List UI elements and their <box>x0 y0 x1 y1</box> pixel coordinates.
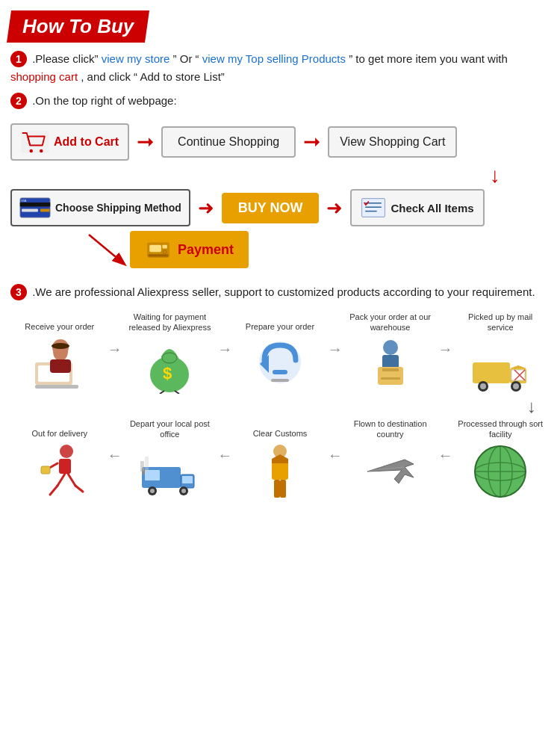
proc-label-waiting: Waiting for payment released by Aliexpre… <box>124 312 217 335</box>
buy-now-btn[interactable]: BUY NOW <box>222 193 320 223</box>
process-section: Receive your order → <box>10 312 550 501</box>
svg-rect-17 <box>162 245 167 249</box>
svg-point-28 <box>162 353 177 363</box>
svg-rect-35 <box>271 379 289 382</box>
cart-icon <box>21 131 49 153</box>
top-selling-link[interactable]: view my Top selling Products <box>202 52 346 65</box>
svg-point-26 <box>52 343 69 349</box>
svg-text:VISA: VISA <box>21 200 27 203</box>
payment-btn[interactable]: Payment <box>130 231 249 268</box>
arrow-down-1: ↓ <box>490 165 500 186</box>
svg-text:$: $ <box>163 364 172 383</box>
payment-label: Payment <box>178 242 234 258</box>
proc-label-out: Out for delivery <box>32 419 88 440</box>
svg-rect-54 <box>41 466 50 474</box>
proc-depart-post: Depart your local post office <box>124 418 217 501</box>
proc-down-arrow-wrap: ↓ <box>13 396 547 417</box>
buy-now-label: BUY NOW <box>238 200 303 215</box>
proc-label-flown: Flown to destination country <box>344 418 437 442</box>
proc-img-flown <box>360 441 421 501</box>
process-row1: Receive your order → <box>13 312 547 395</box>
proc-out-delivery: Out for delivery <box>13 419 106 500</box>
proc-arrow-h-8: ← <box>436 447 454 464</box>
add-to-cart-btn[interactable]: Add to Cart <box>10 123 129 161</box>
proc-arrow-h-1: → <box>106 341 124 358</box>
proc-label-prepare: Prepare your order <box>246 312 314 333</box>
svg-rect-5 <box>20 203 50 206</box>
svg-point-64 <box>150 489 155 493</box>
proc-flown: Flown to destination country <box>344 418 437 501</box>
arrow-left-1: ➜ <box>198 198 214 217</box>
flow-row1: Add to Cart ➞ Continue Shopping ➞ View S… <box>10 123 550 161</box>
header-banner: How To Buy <box>7 10 149 43</box>
proc-waiting-payment: Waiting for payment released by Aliexpre… <box>124 312 217 395</box>
choose-shipping-btn[interactable]: VISA Choose Shipping Method <box>10 189 190 226</box>
step1-text4: , and click “ Add to store List” <box>81 70 225 83</box>
svg-marker-72 <box>272 454 288 463</box>
proc-img-mail <box>470 335 531 395</box>
svg-rect-69 <box>145 457 149 472</box>
arrow-right-1: ➞ <box>137 132 154 152</box>
svg-line-57 <box>68 474 75 486</box>
proc-img-waiting: $ <box>139 335 200 395</box>
proc-img-out <box>29 440 90 500</box>
svg-rect-60 <box>145 470 160 480</box>
svg-rect-39 <box>382 368 399 371</box>
shopping-cart-link: shopping cart <box>10 70 78 83</box>
svg-point-51 <box>60 445 73 458</box>
proc-sort-facility: Processed through sort facility <box>454 418 547 501</box>
svg-rect-52 <box>59 459 71 474</box>
proc-arrow-h-2: → <box>216 341 234 358</box>
svg-point-1 <box>30 149 34 153</box>
step1-text1: .Please click” <box>32 52 98 65</box>
svg-point-48 <box>513 383 519 389</box>
proc-prepare-order: Prepare your order <box>234 312 326 393</box>
proc-img-pack <box>360 335 421 395</box>
main-content: 1 .Please click” view my store ” Or “ vi… <box>0 50 560 501</box>
proc-img-customs <box>249 440 311 500</box>
proc-arrow-h-7: ← <box>326 447 344 464</box>
svg-line-31 <box>175 391 179 394</box>
svg-point-2 <box>40 149 43 153</box>
add-to-cart-label: Add to Cart <box>54 135 119 149</box>
svg-rect-62 <box>182 476 193 483</box>
view-store-link[interactable]: view my store <box>102 52 170 65</box>
svg-line-30 <box>160 391 164 394</box>
step2-paragraph: 2 .On the top right of webpage: <box>10 92 550 110</box>
proc-arrow-h-4: → <box>436 341 454 358</box>
svg-rect-34 <box>273 370 287 374</box>
svg-rect-16 <box>149 245 161 252</box>
svg-point-46 <box>480 383 486 389</box>
diagonal-arrow-icon <box>85 231 130 268</box>
credit-card-icon: VISA <box>19 197 51 219</box>
proc-img-depart <box>139 441 200 501</box>
svg-line-14 <box>89 235 124 264</box>
step3-num: 3 <box>10 284 27 300</box>
proc-label-customs: Clear Customs <box>253 419 308 440</box>
view-cart-btn[interactable]: View Shopping Cart <box>328 126 457 158</box>
svg-point-19 <box>163 250 167 254</box>
arrow-right-2: ➞ <box>303 132 320 152</box>
proc-mail-service: Picked up by mail service <box>454 312 547 395</box>
svg-rect-40 <box>381 377 400 380</box>
svg-rect-24 <box>50 359 71 373</box>
checklist-icon <box>361 197 386 219</box>
svg-marker-44 <box>510 365 526 368</box>
continue-shopping-btn[interactable]: Continue Shopping <box>161 126 296 158</box>
svg-rect-7 <box>40 209 49 212</box>
proc-arrow-h-6: ← <box>216 447 234 464</box>
svg-rect-73 <box>274 480 280 498</box>
proc-arrow-h-5: ← <box>106 447 124 464</box>
proc-label-sort: Processed through sort facility <box>454 418 547 442</box>
check-items-label: Check All Items <box>391 202 473 214</box>
proc-img-prepare <box>249 333 311 393</box>
check-items-btn[interactable]: Check All Items <box>350 189 484 226</box>
arrow-left-2: ➜ <box>326 198 343 217</box>
step1-num: 1 <box>10 51 27 67</box>
proc-img-receive <box>29 333 90 393</box>
proc-img-sort <box>470 441 531 501</box>
choose-shipping-label: Choose Shipping Method <box>55 202 181 214</box>
step1-text2: ” Or “ <box>173 52 202 65</box>
payment-row-wrap: Payment <box>85 231 550 268</box>
step1-text3: ” to get more item you want with <box>349 52 508 65</box>
